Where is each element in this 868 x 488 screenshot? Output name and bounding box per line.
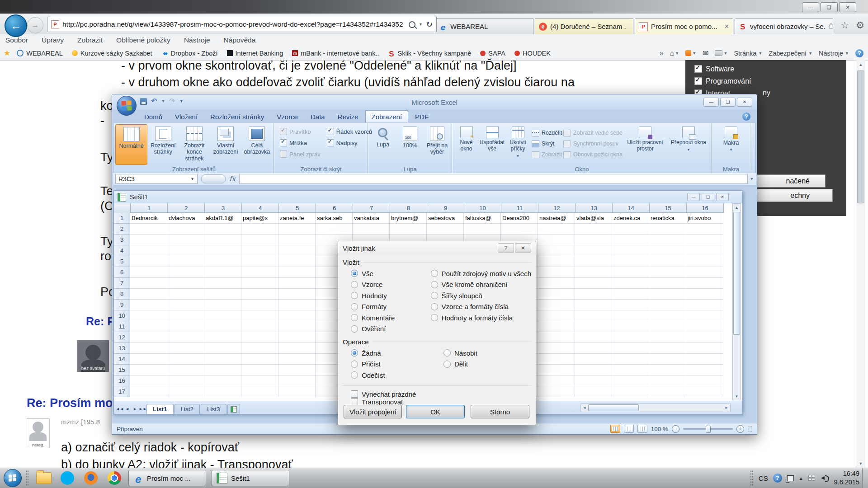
radio-option[interactable]: Šířky sloupců [431,290,531,301]
radio-icon[interactable] [351,314,358,321]
worksheet-horizontal-scrollbar[interactable]: ◄ ► [580,404,731,412]
row-header[interactable]: 7 [114,278,130,289]
cancel-button[interactable]: Storno [471,405,529,418]
column-header[interactable]: 9 [427,203,464,213]
ribbon-view-button[interactable]: Celá obrazovka [241,124,273,165]
tab-close-icon[interactable]: ✕ [724,23,729,30]
ribbon-window-small-button[interactable]: Synchronní posuv [563,138,623,149]
workbook-minimize-button[interactable]: — [687,193,700,201]
minimize-button[interactable]: — [802,2,819,12]
row-header[interactable]: 5 [114,256,130,267]
worksheet-cell[interactable]: vlada@sla [575,213,612,224]
column-header[interactable]: 3 [205,203,242,213]
search-dropdown-icon[interactable]: ▼ [419,22,423,27]
zoom-slider-thumb[interactable] [706,426,711,433]
radio-option[interactable]: Vše kromě ohraničení [431,279,531,291]
radio-icon[interactable] [443,361,451,368]
checkbox-icon[interactable] [327,128,334,135]
last-sheet-icon[interactable]: ►► [139,407,146,414]
checkbox-checked-icon[interactable] [694,65,702,73]
radio-icon[interactable] [351,270,358,277]
ribbon-window-button[interactable]: Uložit pracovní prostor [623,125,667,165]
first-sheet-icon[interactable]: ◄◄ [116,407,123,414]
ribbon-zoom-button[interactable]: Lupa [369,124,396,165]
worksheet-cell[interactable]: renaticka [649,213,686,224]
home-icon[interactable]: ⌂ [828,20,834,31]
forum-reply-heading-1[interactable]: Re: P [86,315,115,328]
excel-close-button[interactable]: ✕ [737,98,752,107]
favorite-link[interactable]: SAPA [476,50,510,57]
page-break-view-button[interactable] [637,425,647,433]
print-icon[interactable]: ▼ [715,50,727,56]
excel-help-icon[interactable]: ? [742,113,750,121]
taskbar-app-icon[interactable] [59,469,76,487]
normal-view-button[interactable] [610,425,620,433]
worksheet-cell[interactable]: zaneta.fe [278,213,316,224]
column-header[interactable]: 6 [316,203,353,213]
radio-option[interactable]: Vzorce a formáty čísla [431,301,531,313]
ribbon-checkbox[interactable]: Mřížka [280,138,321,147]
read-mail-icon[interactable]: ✉ [703,49,708,57]
zoom-in-icon[interactable]: + [736,425,744,433]
panel-checkbox-item[interactable]: Programování [685,75,846,87]
ribbon-tab[interactable]: Vložení [169,111,203,122]
ribbon-view-button[interactable]: Rozložení stránky [147,124,179,165]
taskbar-app-icon[interactable] [106,469,123,487]
worksheet-cell[interactable]: dvlachova [167,213,204,224]
radio-icon[interactable] [351,303,358,310]
radio-option[interactable]: Dělit [443,359,531,370]
zoom-out-icon[interactable]: − [672,425,679,433]
ribbon-tab[interactable]: Revize [332,111,364,122]
radio-icon[interactable] [351,281,358,288]
radio-icon[interactable] [351,325,358,333]
taskbar-app-icon[interactable] [82,469,99,487]
favorite-link[interactable]: Internet Banking [222,50,288,57]
worksheet-cell[interactable]: zdenek.ca [612,213,649,224]
tray-help-icon[interactable]: ? [773,474,782,483]
favorite-link[interactable]: HOUDEK [510,50,555,57]
browser-tab[interactable]: vyfoceni obrazovky – Se... [735,18,833,34]
menu-item[interactable]: Zobrazit [77,36,103,44]
worksheet-cell[interactable]: vankatsta [353,213,390,224]
worksheet-cell[interactable]: Deana200 [501,213,538,224]
column-header[interactable]: 12 [538,203,576,213]
favorite-link[interactable]: Kurzové sázky Sazkabet [67,50,157,57]
scrollbar-thumb[interactable] [588,404,639,411]
undo-dropdown-icon[interactable]: ▼ [161,99,165,103]
sheet-tab[interactable]: List2 [175,404,200,414]
ribbon-window-button[interactable]: Ukotvit příčky ▾ [505,125,531,165]
row-header[interactable]: 4 [114,245,130,256]
ribbon-tab[interactable]: Zobrazení [365,110,409,122]
radio-option[interactable]: Násobit [443,347,531,359]
ribbon-zoom-button[interactable]: 100% [396,124,424,165]
ribbon-checkbox[interactable]: Pravítko [280,127,321,136]
worksheet-cell[interactable]: jiri.svobo [686,213,723,224]
row-header[interactable]: 9 [114,300,130,310]
sheet-tab[interactable]: List1 [146,404,174,414]
refresh-icon[interactable]: ↻ [426,19,433,29]
rss-feed-icon[interactable]: ▼ [685,50,696,56]
menu-item[interactable]: Nástroje [184,36,210,44]
excel-titlebar[interactable]: Microsoft Excel [112,94,757,110]
scrollbar-thumb[interactable] [733,212,740,335]
worksheet-vertical-scrollbar[interactable]: ▲ ▼ [732,203,741,400]
dialog-titlebar[interactable]: Vložit jinak ? ✕ [338,241,536,255]
tray-window-icon[interactable] [787,475,794,481]
radio-icon[interactable] [431,270,438,277]
row-header[interactable]: 6 [114,267,130,278]
checkbox-icon[interactable] [280,139,287,146]
insert-function-icon[interactable]: fx [229,175,236,183]
radio-icon[interactable] [443,349,451,357]
checkbox-icon[interactable] [351,390,358,398]
paste-link-button[interactable]: Vložit propojení [344,405,402,418]
ribbon-view-button[interactable]: Vlastní zobrazení [210,124,241,165]
ribbon-tab[interactable]: Data [305,111,331,122]
zoom-level[interactable]: 100 % [651,426,668,432]
favorite-link[interactable]: Sklik - Všechny kampaně [384,50,476,57]
column-header[interactable]: 1 [131,203,168,213]
radio-option[interactable]: Žádná [351,347,443,359]
checkbox-icon[interactable] [351,398,358,405]
favorite-link[interactable]: Dropbox - Zboží [157,50,222,57]
worksheet-cell[interactable]: sarka.seb [316,213,353,224]
scroll-left-icon[interactable]: ◄ [581,406,588,410]
